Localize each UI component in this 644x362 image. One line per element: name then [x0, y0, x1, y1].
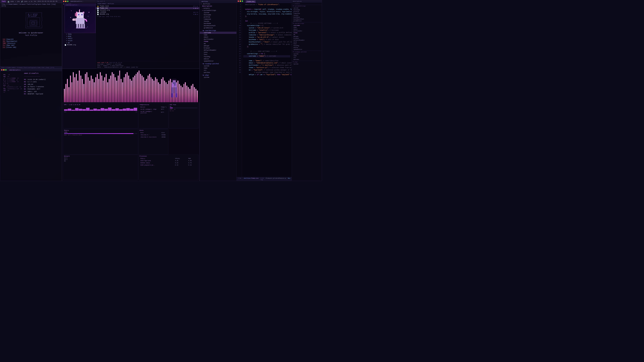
file-row-flakelock[interactable]: 🔒 flake.lock 27.5 K: [96, 5, 200, 7]
maximize-button[interactable]: [242, 0, 243, 2]
outline-browser[interactable]: browser: [292, 37, 322, 39]
code-tree-description[interactable]: description: [200, 5, 236, 7]
code-tree-name[interactable]: name: [200, 34, 236, 36]
url-bar[interactable]: file:///home/emmet/.browser/Tech/config/…: [0, 3, 62, 7]
code-tree-font[interactable]: font: [200, 53, 236, 56]
viz-bar: [66, 84, 66, 102]
code-tree-wmtype[interactable]: wmType: [200, 45, 236, 47]
code-tree-profile[interactable]: profile: [200, 16, 236, 18]
code-tree-email[interactable]: email: [200, 36, 236, 38]
outline-wm[interactable]: wm: [292, 34, 322, 35]
outline-hostname[interactable]: hostname: [292, 9, 322, 11]
code-tree-np-patches[interactable]: patches: [200, 71, 236, 73]
cpu-mini-bar: [86, 108, 90, 111]
bookmark-history[interactable]: [$h] [History]: [3, 42, 59, 44]
viz-bar: [77, 81, 78, 102]
maximize-button[interactable]: [67, 1, 68, 2]
outline-defaultroamdir[interactable]: defaultRoamDir: [292, 39, 322, 41]
outline-dotfilesdir[interactable]: dotfilesDir: [292, 30, 322, 32]
outline-bootmountpath[interactable]: bootMountPath: [292, 18, 322, 20]
outline-system[interactable]: system: [292, 7, 322, 9]
outline-name[interactable]: name: [292, 26, 322, 28]
code-tree-pkgs-system[interactable]: system: [200, 76, 236, 78]
outline-bootmode[interactable]: bootMode: [292, 16, 322, 18]
code-tree-fontpkg[interactable]: fontPkg: [200, 56, 236, 58]
outline-font[interactable]: font: [292, 43, 322, 45]
outline-np-name[interactable]: name: [292, 55, 322, 57]
outline-wmtype[interactable]: wmType: [292, 35, 322, 37]
tag-1[interactable]: Tech: [1, 0, 6, 2]
bookmark-search[interactable]: [o] [Search]: [3, 38, 59, 40]
viz-bar: [164, 81, 165, 102]
close-button[interactable]: [63, 1, 64, 2]
code-tree-usersettings-group[interactable]: ▼ ▶ userSettings: [200, 29, 236, 32]
tree-lang[interactable]: ▸ lang: [62, 33, 96, 35]
code-tree-systemsettings-group[interactable]: ▼ systemSettings: [200, 9, 236, 11]
code-tree-nixpkgs-patched[interactable]: ▼ ▶ nixpkgs-patched: [200, 62, 236, 65]
tree-pkgs[interactable]: ▸ pkgs: [62, 35, 96, 37]
minimize-button[interactable]: [240, 0, 241, 2]
outline-editor[interactable]: editor: [292, 46, 322, 48]
outline-timezone[interactable]: timezone: [292, 12, 322, 14]
outline-np-system[interactable]: system: [292, 53, 322, 55]
viz-bar: [131, 81, 132, 102]
code-tree-locale[interactable]: locale: [200, 20, 236, 22]
code-tree-defaultroamdir[interactable]: defaultRoamDir: [200, 49, 236, 51]
code-tree-pkgs[interactable]: ▼ ▶ pkgs: [200, 74, 236, 76]
bookmark-newtab[interactable]: [t] [New tab]: [3, 44, 59, 46]
outline-pkgs-system[interactable]: system: [292, 63, 322, 65]
file-row-readmeorg[interactable]: 📄 README.org 4.09 K: [96, 13, 200, 15]
tree-readme2[interactable]: 📄 README.org: [62, 44, 96, 46]
close-button[interactable]: [238, 0, 239, 2]
outline-grubdevice[interactable]: grubDevice: [292, 20, 322, 22]
code-tree-outputs[interactable]: ▸ outputs: [200, 7, 236, 9]
code-tree-bootmode[interactable]: bootMode: [200, 22, 236, 25]
svg-rect-7: [175, 93, 177, 97]
outline-spawnedittor[interactable]: spawnEditor: [292, 48, 322, 50]
disks-table: Path Size /dev/dm-0 / 564GB /dev/dm-0 /n…: [140, 131, 167, 138]
minimize-button[interactable]: [3, 69, 4, 70]
outline-term[interactable]: term: [292, 41, 322, 43]
outline-locale[interactable]: locale: [292, 14, 322, 16]
minimize-button[interactable]: [65, 1, 66, 2]
code-tree-system[interactable]: system: [200, 11, 236, 14]
code-tree-np-system[interactable]: system: [200, 65, 236, 67]
code-tree-np-src[interactable]: src: [200, 69, 236, 71]
tree-shell[interactable]: ▸ shell: [62, 37, 96, 39]
viz-bar: [180, 86, 182, 102]
code-tree-browser[interactable]: browser: [200, 47, 236, 49]
close-button[interactable]: [1, 69, 2, 70]
outline-fontpkg[interactable]: fontPkg: [292, 45, 322, 46]
code-tree-label: wmType: [204, 45, 209, 47]
code-tree-bootmountpath[interactable]: bootMountPath: [200, 25, 236, 27]
code-tree-username[interactable]: username: [200, 32, 236, 34]
code-tab-flakenix[interactable]: flake.nix: [246, 0, 256, 2]
code-tree-dotfiles[interactable]: ▼ .dotfiles: [200, 3, 236, 5]
outline-email[interactable]: email: [292, 28, 322, 30]
outline-np-src[interactable]: src: [292, 57, 322, 58]
code-tree-editor[interactable]: editor: [200, 58, 236, 60]
code-tree-wm[interactable]: wm: [200, 42, 236, 45]
outline-np-patches[interactable]: patches: [292, 58, 322, 60]
code-tree-theme[interactable]: theme: [200, 40, 236, 42]
tree-wm[interactable]: ▸ wm: [62, 42, 96, 44]
code-editor-topbar: flake.nix: [237, 0, 292, 3]
code-tree-timezone[interactable]: timezone: [200, 18, 236, 20]
tree-style[interactable]: ▸ style: [62, 39, 96, 42]
code-tree-hostname[interactable]: hostname: [200, 14, 236, 16]
file-row-installorg[interactable]: 📄 install.org: [96, 9, 200, 11]
file-row-flakenix[interactable]: 📄 flake.nix 2.26 K: [96, 7, 200, 9]
bookmark-closetab[interactable]: [x] [Close tab]: [3, 46, 59, 48]
code-tree-label: .dotfiles: [202, 3, 210, 5]
code-tree-grubdevice[interactable]: grubDevice: [200, 27, 236, 29]
code-tree-dotfilesdir[interactable]: dotfilesDir: [200, 38, 236, 40]
outline-profile[interactable]: profile: [292, 11, 322, 12]
file-row-license[interactable]: 📄 LICENSE 34.2 K: [96, 11, 200, 13]
outline-username[interactable]: username: [292, 24, 322, 26]
code-tree-np-name[interactable]: name: [200, 67, 236, 69]
code-tree-term[interactable]: term: [200, 51, 236, 53]
outline-theme[interactable]: theme: [292, 32, 322, 34]
bookmark-quickmarks[interactable]: [b] [Quickmarks]: [3, 40, 59, 42]
maximize-button[interactable]: [5, 69, 6, 70]
code-tree-spawnedittor[interactable]: spawnEditor: [200, 60, 236, 62]
